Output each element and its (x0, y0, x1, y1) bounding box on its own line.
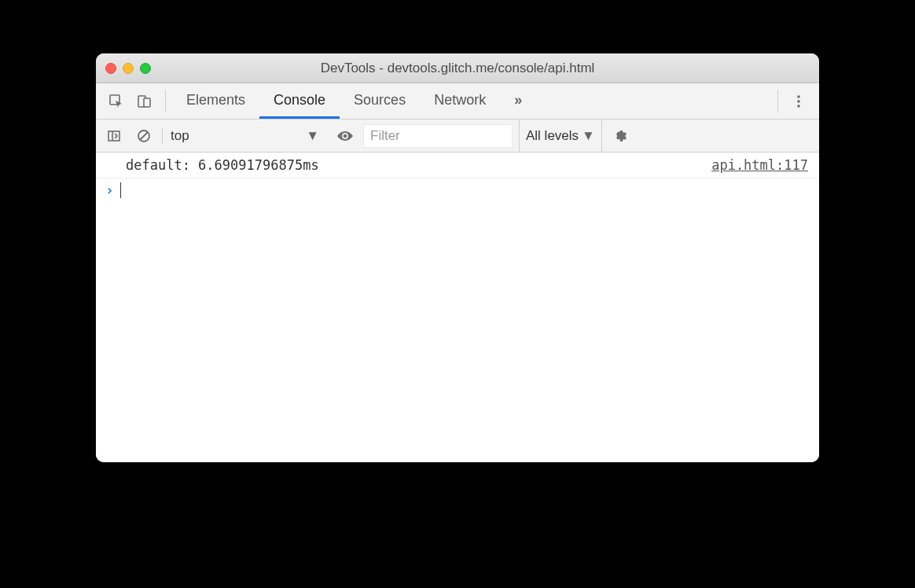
tab-elements[interactable]: Elements (172, 83, 259, 119)
panel-tabs: Elements Console Sources Network » (172, 83, 536, 119)
device-toolbar-icon[interactable] (130, 83, 159, 119)
log-levels-selector[interactable]: All levels ▼ (519, 119, 602, 152)
tab-overflow-button[interactable]: » (500, 83, 536, 119)
toggle-sidebar-icon[interactable] (102, 124, 126, 148)
dropdown-triangle-icon: ▼ (582, 128, 595, 144)
console-input[interactable] (120, 182, 810, 198)
levels-label: All levels (526, 128, 579, 144)
svg-point-3 (797, 95, 800, 98)
window-title: DevTools - devtools.glitch.me/console/ap… (96, 61, 819, 76)
log-message: default: 6.69091796875ms (126, 157, 319, 173)
console-settings-icon[interactable] (608, 124, 632, 148)
tab-network[interactable]: Network (420, 83, 500, 119)
more-options-icon[interactable] (785, 83, 813, 119)
devtools-window: DevTools - devtools.glitch.me/console/ap… (96, 53, 819, 462)
inspect-element-icon[interactable] (102, 83, 130, 119)
svg-point-10 (344, 134, 347, 138)
filter-input[interactable] (363, 124, 513, 148)
context-label: top (171, 128, 189, 144)
log-source-link[interactable]: api.html:117 (711, 157, 808, 173)
svg-rect-2 (144, 98, 150, 107)
svg-point-5 (797, 105, 800, 108)
svg-line-9 (140, 132, 148, 140)
svg-point-4 (797, 100, 800, 103)
close-window-button[interactable] (105, 63, 116, 74)
window-controls (105, 63, 151, 74)
maximize-window-button[interactable] (140, 63, 151, 74)
console-toolbar: top ▼ All levels ▼ (96, 119, 819, 153)
console-log-row: default: 6.69091796875ms api.html:117 (96, 153, 819, 178)
dropdown-triangle-icon: ▼ (306, 128, 319, 144)
separator (165, 90, 166, 112)
titlebar: DevTools - devtools.glitch.me/console/ap… (96, 53, 819, 83)
context-selector[interactable]: top ▼ (162, 128, 327, 144)
prompt-chevron-icon: › (105, 182, 114, 198)
live-expression-icon[interactable] (333, 124, 357, 148)
separator (777, 90, 778, 112)
clear-console-icon[interactable] (132, 124, 156, 148)
tab-sources[interactable]: Sources (340, 83, 420, 119)
console-output: default: 6.69091796875ms api.html:117 › (96, 153, 819, 462)
console-prompt[interactable]: › (96, 178, 819, 201)
minimize-window-button[interactable] (123, 63, 134, 74)
tab-console[interactable]: Console (259, 83, 340, 119)
panel-tabbar: Elements Console Sources Network » (96, 83, 819, 119)
